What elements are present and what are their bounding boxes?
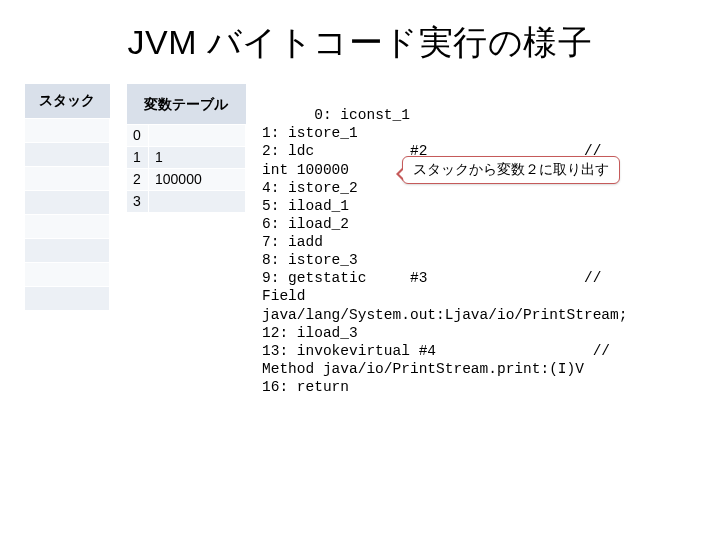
stack-header: スタック <box>25 84 110 118</box>
stack-cell <box>25 142 110 166</box>
var-index: 2 <box>127 168 149 190</box>
variable-table: 変数テーブル 0 1 1 2 100000 3 <box>126 84 246 213</box>
table-row: 3 <box>127 190 246 212</box>
stack-cell <box>25 238 110 262</box>
callout-bubble: スタックから変数２に取り出す <box>402 156 620 184</box>
bytecode-listing: 0: iconst_1 1: istore_1 2: ldc #2 // int… <box>262 84 696 432</box>
content-row: スタック 変数テーブル 0 1 1 2 100000 <box>24 84 696 432</box>
var-value: 1 <box>149 146 246 168</box>
stack-cell <box>25 166 110 190</box>
var-value <box>149 124 246 146</box>
stack-table: スタック <box>24 84 110 311</box>
slide: JVM バイトコード実行の様子 スタック 変数テーブル 0 1 1 <box>0 0 720 540</box>
var-index: 1 <box>127 146 149 168</box>
stack-cell <box>25 286 110 310</box>
var-value: 100000 <box>149 168 246 190</box>
table-row: 2 100000 <box>127 168 246 190</box>
table-row: 1 1 <box>127 146 246 168</box>
table-row: 0 <box>127 124 246 146</box>
var-index: 3 <box>127 190 149 212</box>
var-index: 0 <box>127 124 149 146</box>
stack-cell <box>25 118 110 142</box>
stack-cell <box>25 262 110 286</box>
var-value <box>149 190 246 212</box>
variable-table-header: 変数テーブル <box>127 84 246 124</box>
slide-title: JVM バイトコード実行の様子 <box>24 20 696 66</box>
stack-cell <box>25 190 110 214</box>
stack-cell <box>25 214 110 238</box>
bytecode-text: 0: iconst_1 1: istore_1 2: ldc #2 // int… <box>262 107 627 395</box>
